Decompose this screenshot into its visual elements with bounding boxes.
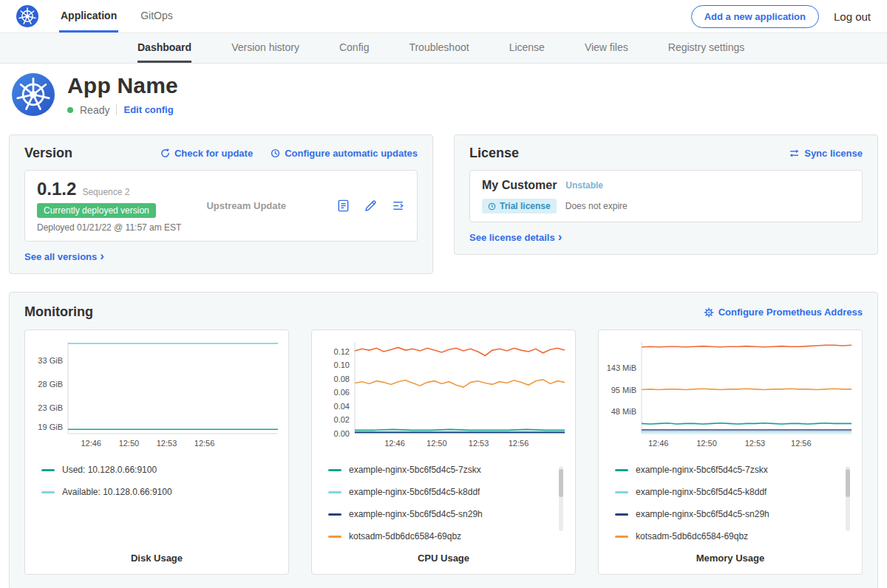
legend-item: example-nginx-5bc6f5d4c5-sn29h (615, 509, 838, 519)
cpu-usage-chart-card: 0.120.100.080.060.040.020.0012:4612:5012… (311, 329, 576, 575)
y-tick-label: 28 GiB (38, 380, 63, 389)
disk-usage-plot: 33 GiB28 GiB23 GiB19 GiB12:4612:5012:531… (30, 336, 284, 455)
check-for-update-link[interactable]: Check for update (160, 148, 253, 159)
legend-marker (615, 536, 628, 538)
tab-config[interactable]: Config (339, 33, 369, 63)
top-navbar: Application GitOps Add a new application… (0, 0, 887, 33)
series-line (642, 389, 852, 389)
y-tick-label: 0.12 (334, 347, 350, 356)
x-tick-label: 12:56 (194, 439, 215, 448)
legend-label: example-nginx-5bc6f5d4c5-sn29h (636, 509, 769, 519)
legend-scrollbar-thumb[interactable] (846, 469, 850, 497)
tab-license[interactable]: License (509, 33, 545, 63)
legend-item: kotsadm-5db6dc6584-69qbz (615, 531, 838, 541)
version-card: Version Check for update Configure autom… (9, 134, 433, 274)
app-header: App Name Ready Edit config (0, 64, 887, 127)
cpu-usage-plot: 0.120.100.080.060.040.020.0012:4612:5012… (316, 336, 571, 455)
legend-item: example-nginx-5bc6f5d4c5-k8ddf (328, 487, 551, 497)
version-number: 0.1.2 (37, 179, 76, 199)
y-tick-label: 19 GiB (38, 423, 63, 431)
clock-arrow-icon (271, 148, 280, 158)
legend-marker (328, 469, 341, 471)
deploy-logs-icon[interactable] (391, 199, 405, 213)
app-status-text: Ready (80, 104, 109, 116)
edit-config-icon[interactable] (364, 199, 378, 213)
tab-gitops[interactable]: GitOps (139, 0, 174, 33)
app-subnav: Dashboard Version history Config Trouble… (0, 33, 887, 64)
clock-icon (488, 202, 496, 211)
legend-item: kotsadm-5db6dc6584-69qbz (328, 531, 551, 541)
series-line (642, 423, 852, 424)
x-tick-label: 12:50 (696, 439, 717, 448)
tab-version-history[interactable]: Version history (231, 33, 299, 63)
chevron-right-icon: › (100, 250, 104, 262)
monitoring-section: Monitoring Con (9, 292, 878, 588)
edit-config-link[interactable]: Edit config (123, 104, 173, 115)
tab-dashboard[interactable]: Dashboard (137, 33, 191, 63)
monitoring-title: Monitoring (24, 304, 93, 320)
legend-marker (41, 469, 55, 471)
configure-prometheus-link[interactable]: Configure Prometheus Address (704, 307, 863, 318)
legend-item: Available: 10.128.0.66:9100 (41, 487, 265, 497)
x-tick-label: 12:53 (157, 439, 177, 448)
y-tick-label: 0.10 (334, 360, 350, 369)
legend-marker (615, 513, 628, 516)
license-expiration: Does not expire (565, 201, 628, 211)
refresh-icon (160, 148, 170, 158)
legend-scrollbar-thumb[interactable] (559, 469, 563, 497)
tab-application[interactable]: Application (59, 0, 118, 33)
legend-marker (328, 513, 341, 516)
y-tick-label: 48 MiB (611, 407, 636, 416)
app-icon (12, 73, 55, 116)
legend-item: example-nginx-5bc6f5d4c5-sn29h (328, 509, 551, 519)
legend-label: example-nginx-5bc6f5d4c5-k8ddf (636, 487, 767, 497)
charts-row: 33 GiB28 GiB23 GiB19 GiB12:4612:5012:531… (24, 329, 863, 575)
configure-prometheus-label: Configure Prometheus Address (718, 307, 863, 318)
legend-label: Available: 10.128.0.66:9100 (62, 487, 172, 497)
tab-view-files[interactable]: View files (585, 33, 628, 63)
deployed-version-badge: Currently deployed version (37, 203, 156, 218)
sync-license-link[interactable]: Sync license (789, 148, 863, 159)
legend-marker (328, 536, 341, 538)
y-tick-label: 0.06 (334, 388, 350, 397)
legend-marker (41, 491, 55, 493)
legend-item: example-nginx-5bc6f5d4c5-7zskx (328, 465, 551, 475)
legend-label: example-nginx-5bc6f5d4c5-k8ddf (349, 487, 480, 497)
see-license-details-link[interactable]: See license details › (469, 231, 562, 244)
disk-usage-legend: Used: 10.128.0.66:9100Available: 10.128.… (41, 465, 284, 497)
upstream-update-label: Upstream Update (206, 200, 286, 211)
chart-title: Disk Usage (30, 553, 284, 564)
see-all-versions-link[interactable]: See all versions › (24, 250, 104, 263)
y-tick-label: 0.04 (334, 402, 350, 411)
configure-auto-updates-link[interactable]: Configure automatic updates (271, 148, 418, 159)
memory-usage-legend: example-nginx-5bc6f5d4c5-7zskxexample-ng… (615, 465, 857, 541)
chart-title: Memory Usage (603, 553, 857, 564)
legend-label: Used: 10.128.0.66:9100 (62, 465, 157, 475)
release-notes-icon[interactable] (336, 199, 350, 213)
chart-svg: 0.120.100.080.060.040.020.0012:4612:5012… (316, 336, 571, 453)
y-tick-label: 23 GiB (38, 403, 63, 412)
chart-svg: 33 GiB28 GiB23 GiB19 GiB12:4612:5012:531… (30, 336, 284, 453)
see-all-versions-label: See all versions (24, 251, 97, 262)
y-tick-label: 95 MiB (611, 386, 636, 394)
legend-label: kotsadm-5db6dc6584-69qbz (349, 531, 461, 541)
sync-license-label: Sync license (804, 148, 863, 159)
x-tick-label: 12:46 (648, 439, 669, 448)
add-application-button[interactable]: Add a new application (691, 5, 819, 28)
series-line (355, 429, 565, 430)
x-tick-label: 12:53 (469, 439, 489, 448)
logout-link[interactable]: Log out (834, 10, 871, 23)
legend-scrollbar[interactable] (559, 466, 563, 531)
tab-registry-settings[interactable]: Registry settings (668, 33, 744, 63)
kubernetes-logo-icon[interactable] (16, 0, 38, 33)
tab-troubleshoot[interactable]: Troubleshoot (409, 33, 469, 63)
customer-name: My Customer (482, 179, 557, 192)
legend-marker (615, 469, 628, 471)
deployed-timestamp: Deployed 01/21/22 @ 11:57 am EST (37, 222, 181, 233)
configure-auto-updates-label: Configure automatic updates (285, 148, 418, 159)
legend-scrollbar[interactable] (846, 466, 850, 531)
y-tick-label: 0.08 (334, 375, 350, 383)
y-tick-label: 143 MiB (607, 363, 636, 372)
legend-marker (615, 491, 628, 493)
legend-marker (328, 491, 341, 493)
